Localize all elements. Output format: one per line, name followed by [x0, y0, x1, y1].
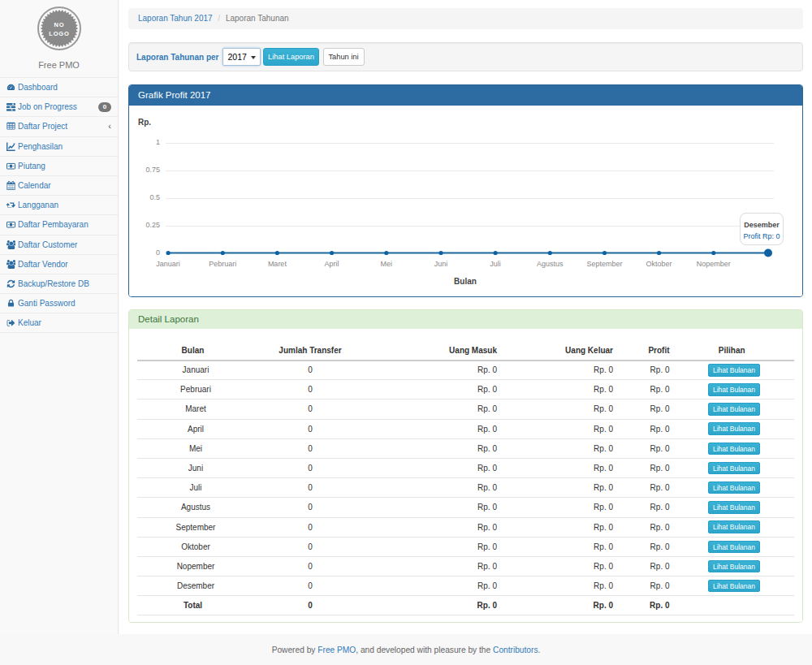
svg-text:NO: NO	[54, 21, 64, 28]
svg-text:LOGO: LOGO	[49, 30, 69, 37]
